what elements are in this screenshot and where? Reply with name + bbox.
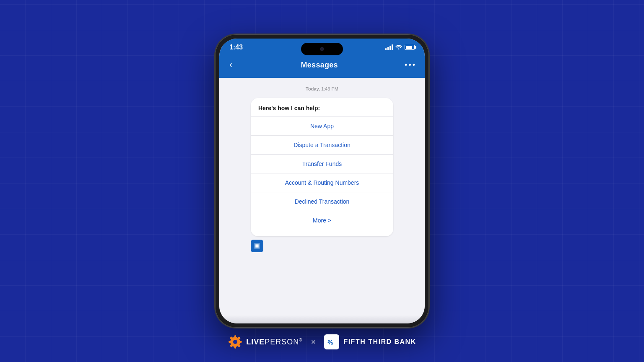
menu-item-more[interactable]: More > bbox=[258, 211, 386, 230]
message-timestamp: Today, 1:43 PM bbox=[306, 86, 338, 91]
phone-frame: 1:43 bbox=[215, 34, 429, 328]
menu-item-new-app[interactable]: New App bbox=[258, 117, 386, 135]
bubble-header: Here's how I can help: bbox=[258, 105, 386, 111]
battery-icon bbox=[405, 45, 415, 50]
status-icons bbox=[385, 44, 415, 51]
menu-item-dispute-transaction[interactable]: Dispute a Transaction bbox=[258, 136, 386, 154]
signal-bars-icon bbox=[385, 44, 393, 50]
back-button[interactable]: ‹ bbox=[228, 58, 234, 72]
menu-item-transfer-funds[interactable]: Transfer Funds bbox=[258, 155, 386, 173]
status-bar: 1:43 bbox=[219, 39, 425, 54]
bar-3 bbox=[390, 46, 391, 50]
more-options-button[interactable]: ••• bbox=[405, 61, 416, 70]
fifth-third-bank-logo: ⅗ Fifth Third Bank bbox=[324, 334, 416, 349]
camera-dot bbox=[320, 47, 324, 51]
bar-4 bbox=[392, 44, 393, 50]
menu-item-account-routing[interactable]: Account & Routing Numbers bbox=[258, 173, 386, 192]
status-time: 1:43 bbox=[229, 44, 243, 51]
phone-screen: 1:43 bbox=[219, 39, 425, 323]
svg-point-4 bbox=[233, 340, 237, 344]
bot-avatar bbox=[251, 240, 263, 252]
liveperson-gear-icon bbox=[228, 334, 243, 349]
battery-fill bbox=[406, 46, 412, 49]
dynamic-island bbox=[301, 43, 343, 55]
bot-icon-area bbox=[251, 240, 393, 252]
bar-2 bbox=[387, 47, 389, 50]
menu-item-declined-transaction[interactable]: Declined Transaction bbox=[258, 192, 386, 211]
bottom-gradient bbox=[219, 315, 425, 323]
nav-bar: ‹ Messages ••• bbox=[219, 54, 425, 78]
svg-rect-2 bbox=[256, 245, 258, 247]
svg-text:⅗: ⅗ bbox=[327, 339, 333, 346]
wifi-icon bbox=[395, 44, 402, 51]
footer-logos: LIVEPERSON® × ⅗ Fifth Third Bank bbox=[0, 334, 644, 349]
liveperson-text: LIVEPERSON® bbox=[246, 338, 302, 346]
liveperson-logo: LIVEPERSON® bbox=[228, 334, 302, 349]
bank-name: Fifth Third Bank bbox=[343, 338, 416, 346]
bank-logo-icon: ⅗ bbox=[324, 334, 339, 349]
chat-area: Today, 1:43 PM Here's how I can help: Ne… bbox=[219, 78, 425, 315]
x-divider: × bbox=[311, 337, 316, 347]
nav-title: Messages bbox=[301, 61, 338, 70]
chat-bubble: Here's how I can help: New App Dispute a… bbox=[251, 98, 393, 236]
bar-1 bbox=[385, 48, 387, 50]
